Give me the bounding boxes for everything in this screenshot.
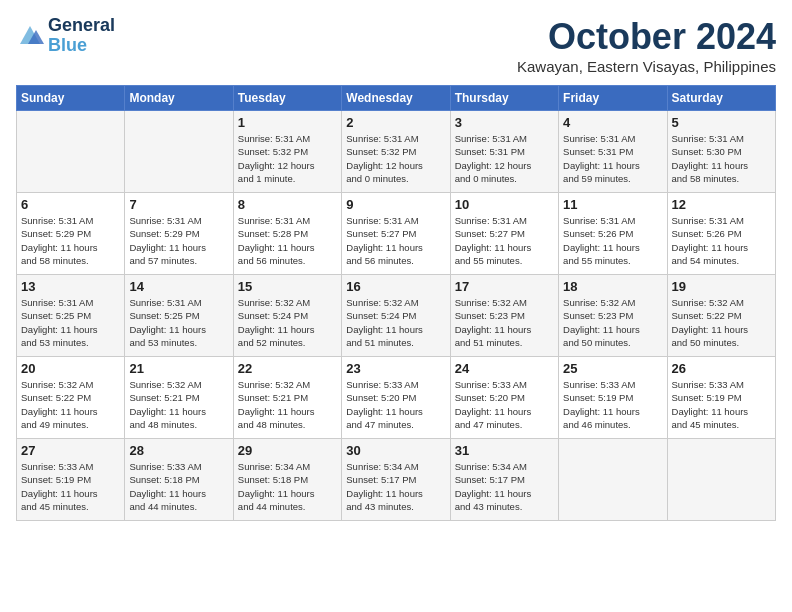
day-info: Sunrise: 5:32 AM Sunset: 5:24 PM Dayligh…	[346, 296, 445, 349]
day-number: 17	[455, 279, 554, 294]
day-info: Sunrise: 5:32 AM Sunset: 5:22 PM Dayligh…	[672, 296, 771, 349]
calendar-week-row: 6Sunrise: 5:31 AM Sunset: 5:29 PM Daylig…	[17, 193, 776, 275]
calendar-cell: 9Sunrise: 5:31 AM Sunset: 5:27 PM Daylig…	[342, 193, 450, 275]
day-info: Sunrise: 5:33 AM Sunset: 5:19 PM Dayligh…	[563, 378, 662, 431]
calendar-cell: 20Sunrise: 5:32 AM Sunset: 5:22 PM Dayli…	[17, 357, 125, 439]
calendar-cell: 21Sunrise: 5:32 AM Sunset: 5:21 PM Dayli…	[125, 357, 233, 439]
calendar-cell: 19Sunrise: 5:32 AM Sunset: 5:22 PM Dayli…	[667, 275, 775, 357]
day-info: Sunrise: 5:31 AM Sunset: 5:31 PM Dayligh…	[455, 132, 554, 185]
day-number: 25	[563, 361, 662, 376]
calendar-cell: 8Sunrise: 5:31 AM Sunset: 5:28 PM Daylig…	[233, 193, 341, 275]
day-number: 31	[455, 443, 554, 458]
day-number: 9	[346, 197, 445, 212]
calendar-cell: 16Sunrise: 5:32 AM Sunset: 5:24 PM Dayli…	[342, 275, 450, 357]
day-info: Sunrise: 5:32 AM Sunset: 5:21 PM Dayligh…	[238, 378, 337, 431]
day-info: Sunrise: 5:31 AM Sunset: 5:31 PM Dayligh…	[563, 132, 662, 185]
day-number: 19	[672, 279, 771, 294]
title-area: October 2024 Kawayan, Eastern Visayas, P…	[517, 16, 776, 75]
day-number: 30	[346, 443, 445, 458]
calendar-cell: 27Sunrise: 5:33 AM Sunset: 5:19 PM Dayli…	[17, 439, 125, 521]
day-number: 20	[21, 361, 120, 376]
day-info: Sunrise: 5:31 AM Sunset: 5:26 PM Dayligh…	[563, 214, 662, 267]
day-info: Sunrise: 5:33 AM Sunset: 5:19 PM Dayligh…	[21, 460, 120, 513]
calendar-cell: 12Sunrise: 5:31 AM Sunset: 5:26 PM Dayli…	[667, 193, 775, 275]
day-info: Sunrise: 5:32 AM Sunset: 5:23 PM Dayligh…	[455, 296, 554, 349]
calendar-cell: 28Sunrise: 5:33 AM Sunset: 5:18 PM Dayli…	[125, 439, 233, 521]
calendar-table: SundayMondayTuesdayWednesdayThursdayFrid…	[16, 85, 776, 521]
col-header-friday: Friday	[559, 86, 667, 111]
col-header-wednesday: Wednesday	[342, 86, 450, 111]
calendar-week-row: 13Sunrise: 5:31 AM Sunset: 5:25 PM Dayli…	[17, 275, 776, 357]
calendar-cell: 14Sunrise: 5:31 AM Sunset: 5:25 PM Dayli…	[125, 275, 233, 357]
calendar-cell: 5Sunrise: 5:31 AM Sunset: 5:30 PM Daylig…	[667, 111, 775, 193]
calendar-cell: 22Sunrise: 5:32 AM Sunset: 5:21 PM Dayli…	[233, 357, 341, 439]
calendar-cell: 30Sunrise: 5:34 AM Sunset: 5:17 PM Dayli…	[342, 439, 450, 521]
col-header-monday: Monday	[125, 86, 233, 111]
calendar-cell: 7Sunrise: 5:31 AM Sunset: 5:29 PM Daylig…	[125, 193, 233, 275]
calendar-cell	[667, 439, 775, 521]
day-number: 12	[672, 197, 771, 212]
calendar-cell: 13Sunrise: 5:31 AM Sunset: 5:25 PM Dayli…	[17, 275, 125, 357]
month-title: October 2024	[517, 16, 776, 58]
calendar-cell: 3Sunrise: 5:31 AM Sunset: 5:31 PM Daylig…	[450, 111, 558, 193]
day-number: 24	[455, 361, 554, 376]
day-number: 7	[129, 197, 228, 212]
location-subtitle: Kawayan, Eastern Visayas, Philippines	[517, 58, 776, 75]
calendar-cell	[559, 439, 667, 521]
calendar-cell: 31Sunrise: 5:34 AM Sunset: 5:17 PM Dayli…	[450, 439, 558, 521]
calendar-cell: 11Sunrise: 5:31 AM Sunset: 5:26 PM Dayli…	[559, 193, 667, 275]
day-info: Sunrise: 5:33 AM Sunset: 5:20 PM Dayligh…	[455, 378, 554, 431]
calendar-cell: 17Sunrise: 5:32 AM Sunset: 5:23 PM Dayli…	[450, 275, 558, 357]
logo-line1: General	[48, 16, 115, 36]
calendar-cell: 25Sunrise: 5:33 AM Sunset: 5:19 PM Dayli…	[559, 357, 667, 439]
day-number: 16	[346, 279, 445, 294]
calendar-cell	[17, 111, 125, 193]
day-number: 6	[21, 197, 120, 212]
day-info: Sunrise: 5:34 AM Sunset: 5:18 PM Dayligh…	[238, 460, 337, 513]
day-info: Sunrise: 5:31 AM Sunset: 5:29 PM Dayligh…	[21, 214, 120, 267]
day-info: Sunrise: 5:31 AM Sunset: 5:25 PM Dayligh…	[129, 296, 228, 349]
day-info: Sunrise: 5:31 AM Sunset: 5:27 PM Dayligh…	[455, 214, 554, 267]
calendar-cell: 1Sunrise: 5:31 AM Sunset: 5:32 PM Daylig…	[233, 111, 341, 193]
day-number: 18	[563, 279, 662, 294]
day-number: 3	[455, 115, 554, 130]
day-info: Sunrise: 5:31 AM Sunset: 5:26 PM Dayligh…	[672, 214, 771, 267]
calendar-cell: 2Sunrise: 5:31 AM Sunset: 5:32 PM Daylig…	[342, 111, 450, 193]
day-info: Sunrise: 5:31 AM Sunset: 5:29 PM Dayligh…	[129, 214, 228, 267]
logo: General Blue	[16, 16, 115, 56]
day-number: 2	[346, 115, 445, 130]
calendar-cell: 23Sunrise: 5:33 AM Sunset: 5:20 PM Dayli…	[342, 357, 450, 439]
col-header-thursday: Thursday	[450, 86, 558, 111]
col-header-saturday: Saturday	[667, 86, 775, 111]
day-info: Sunrise: 5:31 AM Sunset: 5:27 PM Dayligh…	[346, 214, 445, 267]
calendar-cell: 26Sunrise: 5:33 AM Sunset: 5:19 PM Dayli…	[667, 357, 775, 439]
day-number: 29	[238, 443, 337, 458]
day-number: 5	[672, 115, 771, 130]
calendar-cell: 29Sunrise: 5:34 AM Sunset: 5:18 PM Dayli…	[233, 439, 341, 521]
header: General Blue October 2024 Kawayan, Easte…	[16, 16, 776, 75]
day-number: 10	[455, 197, 554, 212]
day-number: 4	[563, 115, 662, 130]
day-number: 21	[129, 361, 228, 376]
calendar-cell	[125, 111, 233, 193]
day-number: 13	[21, 279, 120, 294]
day-info: Sunrise: 5:33 AM Sunset: 5:19 PM Dayligh…	[672, 378, 771, 431]
col-header-tuesday: Tuesday	[233, 86, 341, 111]
calendar-header-row: SundayMondayTuesdayWednesdayThursdayFrid…	[17, 86, 776, 111]
logo-icon	[16, 22, 44, 50]
day-info: Sunrise: 5:31 AM Sunset: 5:32 PM Dayligh…	[346, 132, 445, 185]
calendar-week-row: 1Sunrise: 5:31 AM Sunset: 5:32 PM Daylig…	[17, 111, 776, 193]
day-info: Sunrise: 5:32 AM Sunset: 5:21 PM Dayligh…	[129, 378, 228, 431]
day-info: Sunrise: 5:31 AM Sunset: 5:30 PM Dayligh…	[672, 132, 771, 185]
day-number: 14	[129, 279, 228, 294]
day-info: Sunrise: 5:33 AM Sunset: 5:18 PM Dayligh…	[129, 460, 228, 513]
day-info: Sunrise: 5:33 AM Sunset: 5:20 PM Dayligh…	[346, 378, 445, 431]
day-info: Sunrise: 5:32 AM Sunset: 5:22 PM Dayligh…	[21, 378, 120, 431]
calendar-cell: 24Sunrise: 5:33 AM Sunset: 5:20 PM Dayli…	[450, 357, 558, 439]
day-number: 23	[346, 361, 445, 376]
logo-line2: Blue	[48, 36, 115, 56]
calendar-week-row: 20Sunrise: 5:32 AM Sunset: 5:22 PM Dayli…	[17, 357, 776, 439]
day-info: Sunrise: 5:34 AM Sunset: 5:17 PM Dayligh…	[346, 460, 445, 513]
day-number: 26	[672, 361, 771, 376]
calendar-cell: 15Sunrise: 5:32 AM Sunset: 5:24 PM Dayli…	[233, 275, 341, 357]
